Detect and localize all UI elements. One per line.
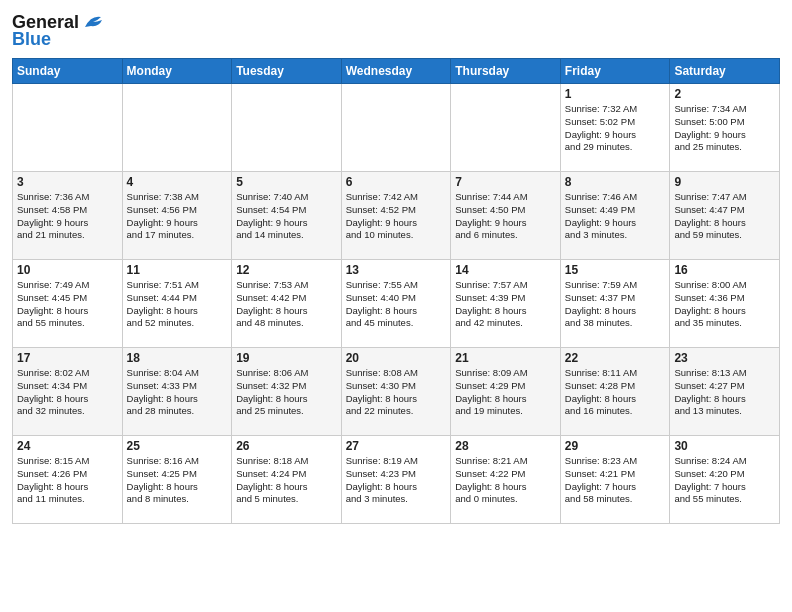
day-info: Sunrise: 8:13 AM Sunset: 4:27 PM Dayligh… [674, 367, 775, 418]
calendar-cell: 20Sunrise: 8:08 AM Sunset: 4:30 PM Dayli… [341, 348, 451, 436]
calendar-cell: 14Sunrise: 7:57 AM Sunset: 4:39 PM Dayli… [451, 260, 561, 348]
day-info: Sunrise: 7:32 AM Sunset: 5:02 PM Dayligh… [565, 103, 666, 154]
day-info: Sunrise: 7:49 AM Sunset: 4:45 PM Dayligh… [17, 279, 118, 330]
calendar-cell [451, 84, 561, 172]
calendar-cell: 23Sunrise: 8:13 AM Sunset: 4:27 PM Dayli… [670, 348, 780, 436]
calendar-cell: 24Sunrise: 8:15 AM Sunset: 4:26 PM Dayli… [13, 436, 123, 524]
day-number: 21 [455, 351, 556, 365]
calendar-header: SundayMondayTuesdayWednesdayThursdayFrid… [13, 59, 780, 84]
page: General Blue SundayMondayTuesdayWednesda… [0, 0, 792, 612]
calendar-table: SundayMondayTuesdayWednesdayThursdayFrid… [12, 58, 780, 524]
calendar-cell: 21Sunrise: 8:09 AM Sunset: 4:29 PM Dayli… [451, 348, 561, 436]
day-info: Sunrise: 8:06 AM Sunset: 4:32 PM Dayligh… [236, 367, 337, 418]
calendar-cell: 28Sunrise: 8:21 AM Sunset: 4:22 PM Dayli… [451, 436, 561, 524]
day-number: 30 [674, 439, 775, 453]
calendar-cell: 13Sunrise: 7:55 AM Sunset: 4:40 PM Dayli… [341, 260, 451, 348]
calendar-cell: 7Sunrise: 7:44 AM Sunset: 4:50 PM Daylig… [451, 172, 561, 260]
calendar-cell: 6Sunrise: 7:42 AM Sunset: 4:52 PM Daylig… [341, 172, 451, 260]
calendar-cell: 12Sunrise: 7:53 AM Sunset: 4:42 PM Dayli… [232, 260, 342, 348]
day-info: Sunrise: 8:18 AM Sunset: 4:24 PM Dayligh… [236, 455, 337, 506]
calendar-cell [122, 84, 232, 172]
calendar-body: 1Sunrise: 7:32 AM Sunset: 5:02 PM Daylig… [13, 84, 780, 524]
calendar-week-row: 24Sunrise: 8:15 AM Sunset: 4:26 PM Dayli… [13, 436, 780, 524]
calendar-cell: 26Sunrise: 8:18 AM Sunset: 4:24 PM Dayli… [232, 436, 342, 524]
day-number: 20 [346, 351, 447, 365]
day-number: 14 [455, 263, 556, 277]
day-info: Sunrise: 8:21 AM Sunset: 4:22 PM Dayligh… [455, 455, 556, 506]
day-info: Sunrise: 8:15 AM Sunset: 4:26 PM Dayligh… [17, 455, 118, 506]
day-info: Sunrise: 7:55 AM Sunset: 4:40 PM Dayligh… [346, 279, 447, 330]
calendar-week-row: 10Sunrise: 7:49 AM Sunset: 4:45 PM Dayli… [13, 260, 780, 348]
day-info: Sunrise: 8:04 AM Sunset: 4:33 PM Dayligh… [127, 367, 228, 418]
calendar-cell: 8Sunrise: 7:46 AM Sunset: 4:49 PM Daylig… [560, 172, 670, 260]
day-number: 22 [565, 351, 666, 365]
day-info: Sunrise: 7:59 AM Sunset: 4:37 PM Dayligh… [565, 279, 666, 330]
day-info: Sunrise: 8:02 AM Sunset: 4:34 PM Dayligh… [17, 367, 118, 418]
weekday-header-row: SundayMondayTuesdayWednesdayThursdayFrid… [13, 59, 780, 84]
day-info: Sunrise: 7:38 AM Sunset: 4:56 PM Dayligh… [127, 191, 228, 242]
day-number: 10 [17, 263, 118, 277]
weekday-header-wednesday: Wednesday [341, 59, 451, 84]
day-number: 27 [346, 439, 447, 453]
day-info: Sunrise: 7:51 AM Sunset: 4:44 PM Dayligh… [127, 279, 228, 330]
calendar-cell: 16Sunrise: 8:00 AM Sunset: 4:36 PM Dayli… [670, 260, 780, 348]
day-number: 29 [565, 439, 666, 453]
calendar-cell: 11Sunrise: 7:51 AM Sunset: 4:44 PM Dayli… [122, 260, 232, 348]
calendar-cell: 4Sunrise: 7:38 AM Sunset: 4:56 PM Daylig… [122, 172, 232, 260]
day-info: Sunrise: 8:19 AM Sunset: 4:23 PM Dayligh… [346, 455, 447, 506]
day-info: Sunrise: 8:16 AM Sunset: 4:25 PM Dayligh… [127, 455, 228, 506]
day-info: Sunrise: 7:40 AM Sunset: 4:54 PM Dayligh… [236, 191, 337, 242]
day-number: 12 [236, 263, 337, 277]
calendar-week-row: 17Sunrise: 8:02 AM Sunset: 4:34 PM Dayli… [13, 348, 780, 436]
calendar-cell: 30Sunrise: 8:24 AM Sunset: 4:20 PM Dayli… [670, 436, 780, 524]
day-number: 25 [127, 439, 228, 453]
weekday-header-tuesday: Tuesday [232, 59, 342, 84]
day-number: 23 [674, 351, 775, 365]
weekday-header-monday: Monday [122, 59, 232, 84]
day-info: Sunrise: 7:36 AM Sunset: 4:58 PM Dayligh… [17, 191, 118, 242]
day-number: 4 [127, 175, 228, 189]
day-info: Sunrise: 8:00 AM Sunset: 4:36 PM Dayligh… [674, 279, 775, 330]
day-info: Sunrise: 7:42 AM Sunset: 4:52 PM Dayligh… [346, 191, 447, 242]
day-number: 15 [565, 263, 666, 277]
weekday-header-thursday: Thursday [451, 59, 561, 84]
day-number: 8 [565, 175, 666, 189]
calendar-cell: 19Sunrise: 8:06 AM Sunset: 4:32 PM Dayli… [232, 348, 342, 436]
day-number: 11 [127, 263, 228, 277]
day-number: 19 [236, 351, 337, 365]
logo-bird-icon [83, 13, 105, 31]
day-info: Sunrise: 7:46 AM Sunset: 4:49 PM Dayligh… [565, 191, 666, 242]
day-number: 7 [455, 175, 556, 189]
weekday-header-sunday: Sunday [13, 59, 123, 84]
calendar-week-row: 1Sunrise: 7:32 AM Sunset: 5:02 PM Daylig… [13, 84, 780, 172]
day-info: Sunrise: 8:24 AM Sunset: 4:20 PM Dayligh… [674, 455, 775, 506]
day-info: Sunrise: 8:09 AM Sunset: 4:29 PM Dayligh… [455, 367, 556, 418]
calendar-cell [13, 84, 123, 172]
day-number: 1 [565, 87, 666, 101]
calendar-cell: 27Sunrise: 8:19 AM Sunset: 4:23 PM Dayli… [341, 436, 451, 524]
day-info: Sunrise: 7:53 AM Sunset: 4:42 PM Dayligh… [236, 279, 337, 330]
header: General Blue [12, 12, 780, 50]
calendar-cell: 25Sunrise: 8:16 AM Sunset: 4:25 PM Dayli… [122, 436, 232, 524]
day-number: 9 [674, 175, 775, 189]
day-number: 24 [17, 439, 118, 453]
day-number: 2 [674, 87, 775, 101]
day-number: 5 [236, 175, 337, 189]
day-info: Sunrise: 7:44 AM Sunset: 4:50 PM Dayligh… [455, 191, 556, 242]
calendar-cell [341, 84, 451, 172]
logo: General Blue [12, 12, 105, 50]
calendar-cell: 18Sunrise: 8:04 AM Sunset: 4:33 PM Dayli… [122, 348, 232, 436]
weekday-header-friday: Friday [560, 59, 670, 84]
day-number: 13 [346, 263, 447, 277]
day-number: 3 [17, 175, 118, 189]
calendar-cell: 17Sunrise: 8:02 AM Sunset: 4:34 PM Dayli… [13, 348, 123, 436]
calendar-cell: 10Sunrise: 7:49 AM Sunset: 4:45 PM Dayli… [13, 260, 123, 348]
day-number: 6 [346, 175, 447, 189]
day-info: Sunrise: 7:57 AM Sunset: 4:39 PM Dayligh… [455, 279, 556, 330]
day-number: 16 [674, 263, 775, 277]
calendar-cell: 29Sunrise: 8:23 AM Sunset: 4:21 PM Dayli… [560, 436, 670, 524]
logo-blue: Blue [12, 29, 51, 50]
day-number: 18 [127, 351, 228, 365]
day-number: 26 [236, 439, 337, 453]
calendar-cell: 3Sunrise: 7:36 AM Sunset: 4:58 PM Daylig… [13, 172, 123, 260]
